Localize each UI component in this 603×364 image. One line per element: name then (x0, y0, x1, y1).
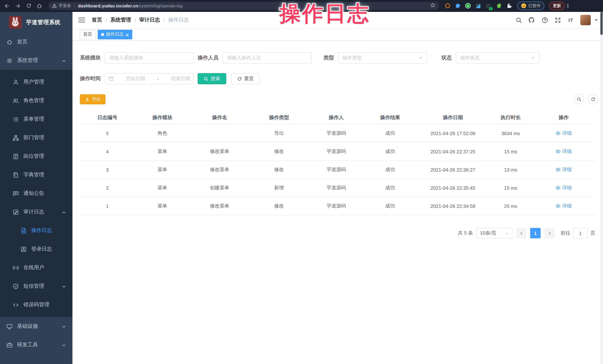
next-page-button[interactable] (544, 228, 555, 238)
extension-leaf-icon[interactable] (496, 3, 502, 9)
cell-type: 修改 (249, 203, 309, 209)
extension-pin-icon[interactable] (455, 3, 461, 9)
sidebar-item-label: 岗位管理 (23, 153, 44, 160)
breadcrumb-item[interactable]: 审计日志 (139, 17, 160, 23)
page-scrollbar[interactable] (600, 12, 603, 364)
reset-button[interactable]: 重置 (231, 73, 260, 84)
scrollbar-thumb[interactable] (600, 12, 603, 35)
help-icon[interactable] (541, 17, 548, 23)
sidebar-item-dev-tools[interactable]: 研发工具 (0, 336, 72, 354)
sidebar-item-error-codes[interactable]: 错误码管理 (0, 296, 72, 314)
sidebar-item-label: 登录日志 (31, 246, 52, 253)
module-label: 系统模块 (80, 55, 105, 61)
cell-module: 菜单 (135, 185, 190, 191)
browser-update-button[interactable]: 更新 (549, 1, 565, 10)
status-placeholder: 操作状态 (460, 55, 480, 61)
search-icon[interactable] (515, 17, 522, 23)
sidebar-item-roles[interactable]: 角色管理 (0, 91, 72, 110)
hamburger-icon[interactable] (78, 17, 85, 23)
breadcrumb-item[interactable]: 系统管理 (110, 17, 131, 23)
sidebar-item-dictionary[interactable]: 字典管理 (0, 165, 72, 184)
sidebar-item-login-log[interactable]: 登录日志 (0, 240, 72, 258)
module-input[interactable]: 请输入系统模块 (105, 52, 194, 64)
tab-home[interactable]: 首页 (80, 30, 95, 39)
browser-home-icon[interactable] (36, 2, 43, 10)
detail-link[interactable]: 详细 (556, 202, 572, 209)
font-size-icon[interactable]: tT (567, 17, 574, 23)
sidebar-item-menus[interactable]: 菜单管理 (0, 110, 72, 128)
export-button[interactable]: 导出 (80, 94, 105, 104)
sidebar-item-online-users[interactable]: 在线用户 (0, 258, 72, 277)
sidebar-item-departments[interactable]: 部门管理 (0, 128, 72, 147)
sidebar-item-posts[interactable]: 岗位管理 (0, 147, 72, 165)
chevron-down-icon (62, 324, 66, 329)
reload-icon[interactable] (25, 2, 32, 10)
goto-page: 前往 页 (561, 228, 595, 238)
sidebar-item-sms[interactable]: 短信管理 (0, 277, 72, 296)
forward-icon[interactable] (14, 2, 22, 10)
extension-orange-icon[interactable] (444, 3, 451, 9)
github-icon[interactable] (528, 17, 535, 23)
goto-page-input[interactable] (573, 228, 588, 238)
toggle-search-icon[interactable] (574, 94, 584, 104)
sidebar-item-label: 部门管理 (23, 134, 44, 141)
extensions-puzzle-icon[interactable] (506, 3, 512, 9)
cell-duration: 15 ms (489, 149, 532, 154)
sidebar-item-label: 基础设施 (17, 323, 38, 330)
status-select[interactable]: 操作状态 (456, 52, 539, 64)
sidebar-item-users[interactable]: 用户管理 (0, 73, 72, 91)
profile-paused-chip[interactable]: 已暂停 (517, 1, 544, 10)
cell-name: 修改菜单 (190, 166, 249, 173)
page-number-button[interactable]: 1 (530, 228, 541, 238)
announcement-icon (13, 190, 19, 197)
detail-link[interactable]: 详细 (556, 166, 572, 173)
fullscreen-icon[interactable] (554, 17, 561, 23)
search-button-label: 搜索 (211, 75, 220, 82)
browser-menu-icon[interactable] (567, 4, 568, 8)
back-icon[interactable] (3, 2, 11, 10)
cell-name: 创建菜单 (190, 185, 249, 191)
type-select[interactable]: 操作类型 (338, 52, 427, 64)
cell-module: 角色 (135, 130, 190, 137)
security-status[interactable]: 不安全 (52, 3, 71, 9)
chevron-up-icon (62, 58, 66, 63)
sidebar-item-announcements[interactable]: 通知公告 (0, 184, 72, 203)
detail-link[interactable]: 详细 (556, 148, 572, 155)
cell-operator: 芋道源码 (309, 166, 364, 173)
cell-result: 成功 (364, 130, 417, 137)
sidebar-item-operate-log[interactable]: 操作日志 (0, 221, 72, 240)
sidebar-item-infrastructure[interactable]: 基础设施 (0, 317, 72, 336)
caret-down-icon[interactable] (595, 19, 598, 21)
refresh-icon[interactable] (588, 94, 598, 104)
chevron-down-icon (62, 284, 66, 288)
breadcrumb-item[interactable]: 首页 (92, 17, 102, 23)
tab-operate-log[interactable]: 操作日志 (98, 30, 132, 39)
operator-input[interactable]: 请输入操作人员 (222, 52, 312, 64)
detail-link[interactable]: 详细 (556, 130, 572, 136)
close-icon[interactable] (126, 33, 129, 36)
cell-operator: 芋道源码 (309, 148, 364, 155)
search-button[interactable]: 搜索 (198, 73, 226, 84)
app-logo-row[interactable]: 芋道管理系统 (0, 12, 72, 33)
user-avatar[interactable] (580, 15, 591, 25)
cell-duration: 25 ms (489, 203, 532, 209)
extension-gem-icon[interactable] (475, 3, 481, 9)
column-header: 操作日期 (417, 114, 489, 121)
cell-duration: 3634 ms (489, 131, 532, 136)
address-bar[interactable]: 不安全 dashboard.yudao.iocoder.cn /system/l… (48, 2, 439, 10)
prev-page-button[interactable] (516, 228, 526, 238)
page-size-select[interactable]: 10条/页 (477, 228, 512, 238)
date-range-picker[interactable]: 开始日期 - 结束日期 (105, 73, 194, 84)
bookmark-star-icon[interactable] (430, 2, 435, 9)
toolbar: 导出 (80, 94, 598, 104)
sidebar-item-label: 菜单管理 (23, 116, 44, 122)
sidebar-item-system[interactable]: 系统管理 (0, 51, 72, 70)
users-icon (13, 98, 19, 104)
sidebar-item-audit-log[interactable]: 审计日志 (0, 203, 72, 221)
extension-switch-icon[interactable]: on (485, 3, 492, 9)
system-submenu: 用户管理 角色管理 菜单管理 部门管理 岗位管理 (0, 70, 72, 317)
sidebar-item-home[interactable]: 首页 (0, 33, 72, 51)
column-header: 操作 (532, 114, 595, 121)
detail-link[interactable]: 详细 (556, 184, 572, 191)
extension-v-icon[interactable]: v (465, 3, 471, 9)
